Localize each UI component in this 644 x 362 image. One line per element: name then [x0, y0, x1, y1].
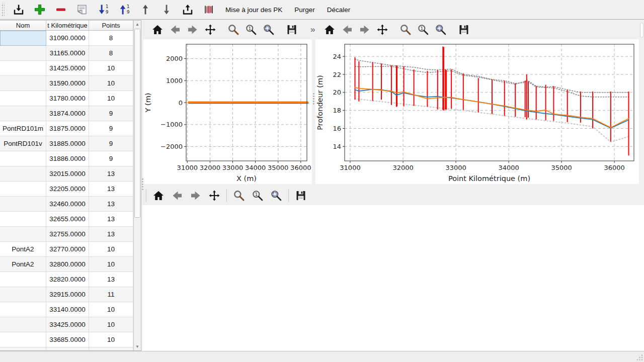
notes-button[interactable] — [74, 2, 90, 18]
trajectory-plot[interactable]: 310003200033000340003500036000−2000−1000… — [143, 39, 312, 184]
cell-nom[interactable] — [0, 347, 46, 351]
cell-points[interactable]: 13 — [89, 272, 133, 287]
cell-nom[interactable] — [0, 151, 46, 166]
cell-point-kilometrique[interactable]: 33685.0000 — [46, 332, 89, 347]
column-header-nom[interactable]: Nom — [0, 21, 46, 31]
table-row[interactable]: 31874.00009 — [0, 106, 133, 121]
add-button[interactable] — [32, 2, 48, 18]
table-row[interactable]: 32820.000013 — [0, 272, 133, 287]
table-row[interactable]: 32915.000011 — [0, 287, 133, 302]
save-button[interactable] — [294, 189, 307, 202]
table-row[interactable] — [0, 347, 133, 351]
shift-button[interactable]: Décaler — [324, 4, 354, 16]
column-header-point-kilometrique[interactable]: t Kilométrique — [46, 21, 89, 31]
table-row[interactable]: 31090.00008 — [0, 31, 133, 46]
back-button[interactable] — [169, 23, 181, 36]
cell-nom[interactable]: PontRD101v — [0, 136, 46, 151]
cell-nom[interactable]: PontA2 — [0, 257, 46, 272]
plots-scrollbar-thumb[interactable] — [640, 23, 643, 38]
cell-points[interactable]: 10 — [89, 317, 133, 332]
cell-points[interactable]: 13 — [89, 182, 133, 197]
home-button[interactable] — [151, 23, 164, 36]
cell-point-kilometrique[interactable]: 32655.0000 — [46, 212, 89, 227]
cell-nom[interactable]: PontA2 — [0, 242, 46, 257]
cell-nom[interactable] — [0, 166, 46, 182]
scroll-up-button[interactable]: ▲ — [134, 21, 141, 28]
cell-points[interactable]: 10 — [89, 257, 133, 272]
cell-points[interactable]: 13 — [89, 197, 133, 212]
back-button[interactable] — [341, 23, 353, 36]
cell-points[interactable]: 13 — [89, 212, 133, 227]
size-grip[interactable] — [636, 354, 643, 361]
cell-point-kilometrique[interactable]: 31165.0000 — [46, 46, 89, 61]
zoom-one-button[interactable]: 1 — [245, 23, 257, 36]
zoom-one-button[interactable]: 1 — [251, 189, 264, 202]
bottom-plot-canvas[interactable] — [142, 205, 644, 351]
move-up-button[interactable] — [137, 2, 153, 18]
zoom-region-button[interactable] — [435, 23, 447, 36]
cell-points[interactable]: 11 — [89, 287, 133, 302]
cell-point-kilometrique[interactable]: 32205.0000 — [46, 182, 89, 197]
cell-point-kilometrique[interactable]: 32800.0000 — [46, 257, 89, 272]
table-row[interactable]: PontRD101m31875.00009 — [0, 121, 133, 136]
table-row[interactable]: 31886.00009 — [0, 151, 133, 166]
table-row[interactable]: 32755.000013 — [0, 227, 133, 242]
update-pk-button[interactable]: Mise à jour des PK — [222, 4, 286, 16]
column-header-points[interactable]: Points — [89, 21, 133, 31]
cell-nom[interactable] — [0, 332, 46, 347]
cell-nom[interactable] — [0, 272, 46, 287]
cell-point-kilometrique[interactable]: 33425.0000 — [46, 317, 89, 332]
table-row[interactable]: 31590.000010 — [0, 76, 133, 91]
forward-button[interactable] — [359, 23, 371, 36]
scroll-down-button[interactable]: ▼ — [134, 343, 141, 350]
cell-point-kilometrique[interactable]: 32460.0000 — [46, 197, 89, 212]
zoom-button[interactable] — [227, 23, 239, 36]
zoom-region-button[interactable] — [263, 23, 275, 36]
import-button[interactable] — [11, 2, 27, 18]
table-row[interactable]: 31425.000010 — [0, 61, 133, 76]
profiles-button[interactable] — [201, 2, 217, 18]
cell-nom[interactable]: PontRD101m — [0, 121, 46, 136]
cell-points[interactable]: 8 — [89, 31, 133, 46]
remove-button[interactable] — [53, 2, 69, 18]
cell-points[interactable]: 10 — [89, 76, 133, 91]
cell-point-kilometrique[interactable] — [46, 347, 89, 351]
cell-nom[interactable] — [0, 31, 46, 46]
purge-button[interactable]: Purger — [291, 4, 318, 16]
home-button[interactable] — [324, 23, 336, 36]
pan-button[interactable] — [208, 189, 221, 202]
table-row[interactable]: 32460.000013 — [0, 197, 133, 212]
save-button[interactable] — [458, 23, 470, 36]
home-button[interactable] — [152, 189, 165, 202]
cell-point-kilometrique[interactable]: 31875.0000 — [46, 121, 89, 136]
sort-descending-button[interactable]: 1 9 — [95, 2, 111, 18]
cell-points[interactable]: 9 — [89, 121, 133, 136]
cell-point-kilometrique[interactable]: 31090.0000 — [46, 31, 89, 46]
cell-nom[interactable] — [0, 212, 46, 227]
table-scrollbar[interactable]: ▲ ▼ — [133, 21, 141, 350]
table-row[interactable]: 31165.00008 — [0, 46, 133, 61]
table-row[interactable]: 33685.000010 — [0, 332, 133, 347]
export-button[interactable] — [180, 2, 196, 18]
cell-nom[interactable] — [0, 61, 46, 76]
cell-points[interactable]: 10 — [89, 302, 133, 317]
cell-nom[interactable] — [0, 106, 46, 121]
cell-nom[interactable] — [0, 227, 46, 242]
cell-point-kilometrique[interactable]: 33140.0000 — [46, 302, 89, 317]
cell-point-kilometrique[interactable]: 31780.0000 — [46, 91, 89, 106]
cell-points[interactable]: 10 — [89, 61, 133, 76]
cell-nom[interactable] — [0, 287, 46, 302]
cell-point-kilometrique[interactable]: 31874.0000 — [46, 106, 89, 121]
table-row[interactable]: 32205.000013 — [0, 182, 133, 197]
sort-ascending-button[interactable]: 1 9 — [116, 2, 132, 18]
cell-points[interactable]: 9 — [89, 106, 133, 121]
cell-nom[interactable] — [0, 91, 46, 106]
table-row[interactable]: 32015.000013 — [0, 166, 133, 182]
cell-points[interactable] — [89, 347, 133, 351]
cell-point-kilometrique[interactable]: 31425.0000 — [46, 61, 89, 76]
cell-point-kilometrique[interactable]: 32820.0000 — [46, 272, 89, 287]
zoom-button[interactable] — [399, 23, 412, 36]
scrollbar-thumb[interactable] — [134, 29, 140, 218]
profile-plot[interactable]: 3100032000330003400035000360001416182022… — [315, 39, 639, 184]
table-row[interactable]: 33425.000010 — [0, 317, 133, 332]
